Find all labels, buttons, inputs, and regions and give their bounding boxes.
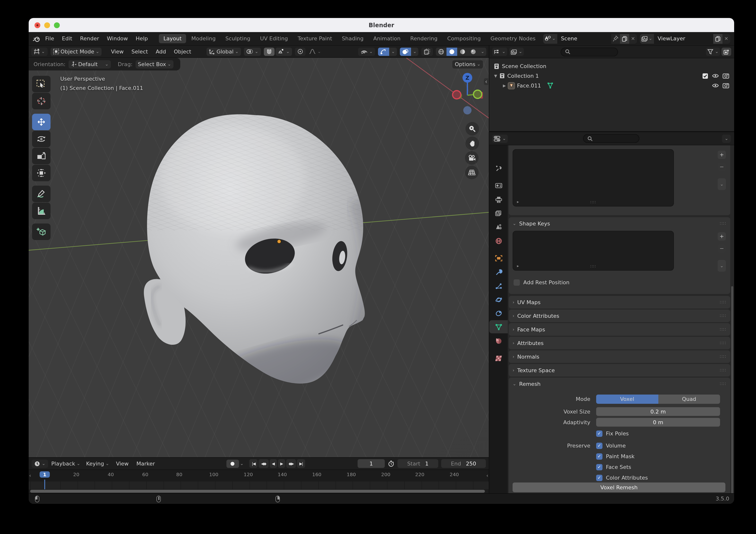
tab-shading[interactable]: Shading (338, 34, 368, 43)
vertex-groups-list[interactable]: ▸ ∷∷ (513, 149, 674, 206)
paint-mask-checkbox[interactable]: ✓ (596, 453, 603, 459)
scene-name-field[interactable]: Scene (557, 34, 611, 43)
tab-object-data[interactable] (489, 320, 508, 333)
close-window-button[interactable] (35, 22, 40, 28)
tab-texture[interactable] (489, 352, 508, 365)
hide-eye-icon[interactable] (712, 73, 719, 79)
tab-compositing[interactable]: Compositing (443, 34, 485, 43)
vertex-group-specials-button[interactable]: ⌄ (717, 178, 726, 190)
exclude-checkbox-icon[interactable] (702, 73, 708, 79)
scene-browse-button[interactable]: ⌄ (543, 34, 557, 43)
shading-material-button[interactable] (457, 47, 468, 56)
panel-uv-maps[interactable]: ›UV Maps∷∷ (509, 296, 730, 308)
tool-scale[interactable] (32, 148, 50, 164)
tab-material[interactable] (489, 334, 508, 347)
play-reverse-button[interactable]: ◀ (269, 459, 277, 468)
menu-select[interactable]: Select (128, 47, 151, 56)
disclosure-triangle-open[interactable]: ▼ (494, 74, 497, 78)
current-frame-indicator[interactable]: 1 (40, 471, 50, 478)
voxel-size-field[interactable]: 0.2 m (596, 407, 720, 416)
properties-editor-type-button[interactable]: ⌄ (492, 134, 507, 143)
axis-gizmo[interactable]: Z (452, 71, 483, 116)
tool-measure[interactable] (32, 202, 50, 219)
gizmo-options-dropdown[interactable]: ⌄ (390, 47, 397, 56)
options-dropdown[interactable]: Options ⌄ (452, 60, 483, 68)
pan-hand-button[interactable] (466, 137, 479, 150)
menu-view[interactable]: View (108, 47, 127, 56)
tab-object[interactable] (489, 252, 508, 265)
remove-shape-key-button[interactable]: − (717, 244, 726, 253)
tool-select-box[interactable] (32, 76, 50, 92)
hide-eye-icon[interactable] (712, 83, 719, 89)
editor-type-button[interactable]: ⌄ (31, 47, 47, 56)
remove-vertex-group-button[interactable]: − (717, 163, 726, 171)
tab-render[interactable] (489, 179, 508, 192)
show-overlays-toggle[interactable]: ⌄ (400, 47, 418, 56)
frame-end-field[interactable]: End 250 (441, 459, 486, 468)
tab-uv-editing[interactable]: UV Editing (256, 34, 292, 43)
list-expand-triangle[interactable]: ▸ (517, 264, 519, 268)
shading-rendered-button[interactable] (468, 47, 479, 56)
tab-rendering[interactable]: Rendering (406, 34, 442, 43)
viewlayer-name-field[interactable]: ViewLayer (654, 34, 713, 43)
shape-keys-list[interactable]: ▸ ∷∷ (513, 231, 674, 271)
face-sets-checkbox[interactable]: ✓ (596, 464, 603, 470)
jump-to-start-button[interactable]: |◀ (250, 459, 258, 468)
auto-keying-record-button[interactable] (227, 459, 239, 468)
sidebar-toggle-arrow[interactable]: ‹ (484, 78, 488, 85)
snap-target-dropdown[interactable]: ⌄ (276, 47, 292, 56)
orthographic-toggle-button[interactable] (465, 166, 478, 179)
panel-face-maps[interactable]: ›Face Maps∷∷ (509, 323, 730, 336)
tab-geometry-nodes[interactable]: Geometry Nodes (486, 34, 540, 43)
tab-particles[interactable] (489, 280, 508, 292)
tab-sculpting[interactable]: Sculpting (221, 34, 255, 43)
face-mesh-object[interactable] (143, 109, 371, 420)
prev-keyframe-button[interactable]: ◀◆ (258, 459, 268, 468)
list-resize-grip[interactable]: ∷∷ (590, 264, 596, 269)
viewlayer-copy-button[interactable] (713, 34, 722, 43)
list-expand-triangle[interactable]: ▸ (517, 200, 519, 204)
pivot-point-dropdown[interactable]: ⌄ (244, 47, 261, 56)
current-frame-field[interactable]: 1 (358, 459, 385, 468)
tool-annotate[interactable] (32, 186, 50, 202)
show-gizmo-toggle[interactable]: ⌄ (378, 47, 397, 56)
panel-color-attributes[interactable]: ›Color Attributes∷∷ (509, 309, 730, 322)
shading-dropdown[interactable]: ⌄ (479, 47, 486, 56)
play-button[interactable]: ▶ (278, 459, 285, 468)
add-vertex-group-button[interactable]: + (717, 151, 726, 159)
timeline-ruler[interactable]: 20 40 60 80 100 120 140 160 180 200 220 … (29, 470, 489, 482)
menu-edit[interactable]: Edit (58, 35, 76, 43)
tool-move[interactable] (32, 114, 50, 130)
tab-modeling[interactable]: Modeling (187, 34, 220, 43)
outliner-search[interactable] (561, 47, 618, 56)
orientation-default-dropdown[interactable]: Default ⌄ (68, 60, 111, 68)
list-resize-grip[interactable]: ∷∷ (590, 200, 596, 204)
playback-menu[interactable]: Playback ⌄ (49, 459, 83, 468)
blender-logo-icon[interactable] (33, 35, 40, 42)
outliner-editor-type-button[interactable]: ⌄ (492, 48, 507, 56)
outliner-row-collection-1[interactable]: ▼ Collection 1 (489, 71, 734, 81)
timeline-editor-type-button[interactable]: ⌄ (32, 459, 48, 468)
properties-scrollbar[interactable] (731, 286, 733, 493)
proportional-falloff-dropdown[interactable]: ⌄ (307, 47, 324, 56)
tab-layout[interactable]: Layout (159, 34, 186, 43)
disable-render-camera-icon[interactable] (722, 83, 729, 89)
color-attributes-checkbox[interactable]: ✓ (596, 474, 603, 481)
panel-texture-space[interactable]: ›Texture Space∷∷ (509, 364, 730, 377)
fix-poles-checkbox[interactable]: ✓ (596, 430, 603, 437)
timeline-scrollbar[interactable] (30, 490, 485, 493)
add-rest-position-row[interactable]: Add Rest Position (514, 278, 730, 287)
remesh-header[interactable]: ⌄ Remesh ∷∷ (509, 378, 730, 390)
playhead-line[interactable] (44, 480, 45, 489)
use-preview-range-button[interactable] (388, 460, 394, 467)
menu-object[interactable]: Object (170, 47, 195, 56)
outliner-filter-button[interactable]: ⌄ (706, 48, 720, 56)
snap-toggle[interactable] (264, 47, 275, 56)
transform-orientation-dropdown[interactable]: Global ⌄ (206, 47, 241, 56)
voxel-remesh-button[interactable]: Voxel Remesh (513, 483, 725, 492)
outliner-row-scene-collection[interactable]: Scene Collection (489, 61, 734, 71)
pin-icon[interactable] (611, 36, 620, 42)
viewlayer-browse-button[interactable]: ⌄ (640, 34, 654, 43)
add-shape-key-button[interactable]: + (717, 232, 726, 241)
adaptivity-field[interactable]: 0 m (596, 418, 720, 427)
